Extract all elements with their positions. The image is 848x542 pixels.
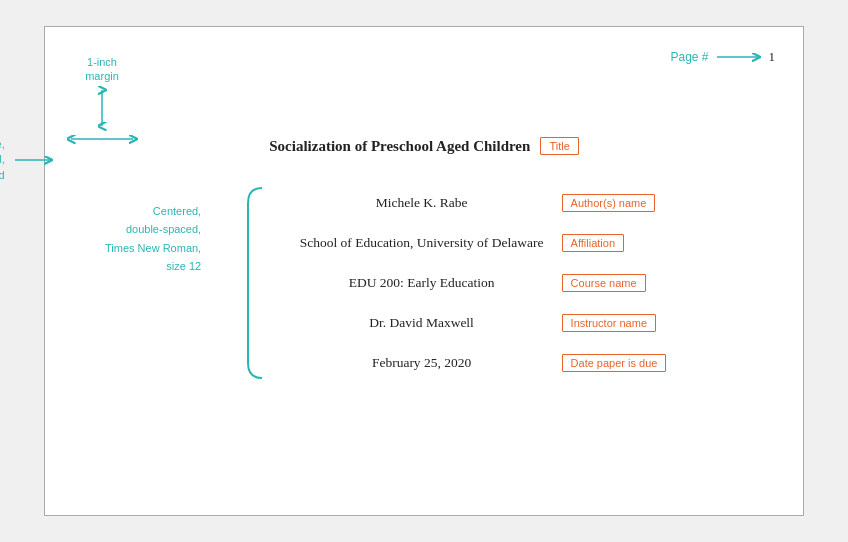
info-row-0: Michele K. RabeAuthor(s) name <box>282 183 667 223</box>
page-number-area: Page # 1 <box>670 49 775 65</box>
title-section: Title case,bold,centered Socialization o… <box>95 137 753 155</box>
info-row-3: Dr. David MaxwellInstructor name <box>282 303 667 343</box>
info-text-4: February 25, 2020 <box>292 355 552 371</box>
info-badge-4: Date paper is due <box>562 354 667 372</box>
info-text-0: Michele K. Rabe <box>292 195 552 211</box>
info-badge-2: Course name <box>562 274 646 292</box>
info-row-1: School of Education, University of Delaw… <box>282 223 667 263</box>
margin-label: 1-inch margin <box>85 55 119 84</box>
title-case-annotation: Title case,bold,centered <box>0 137 5 183</box>
page-hash-label: Page # <box>670 50 708 64</box>
title-annotation: Title case,bold,centered <box>0 137 55 183</box>
page: 1-inch margin <box>44 26 804 516</box>
centered-annotation: Centered,double-spaced,Times New Roman,s… <box>105 201 201 275</box>
title-badge: Title <box>540 137 578 155</box>
info-text-1: School of Education, University of Delaw… <box>292 235 552 251</box>
info-badge-3: Instructor name <box>562 314 656 332</box>
info-badge-1: Affiliation <box>562 234 624 252</box>
content-area: Title case,bold,centered Socialization o… <box>95 87 753 485</box>
page-arrow-icon <box>715 49 763 65</box>
centered-annotation-text: Centered,double-spaced,Times New Roman,s… <box>105 205 201 272</box>
info-rows: Michele K. RabeAuthor(s) nameSchool of E… <box>262 183 667 383</box>
info-row-4: February 25, 2020Date paper is due <box>282 343 667 383</box>
info-text-3: Dr. David Maxwell <box>292 315 552 331</box>
page-number: 1 <box>769 49 776 65</box>
info-block: Michele K. RabeAuthor(s) nameSchool of E… <box>262 183 667 383</box>
info-text-2: EDU 200: Early Education <box>292 275 552 291</box>
title-annotation-arrow-icon <box>13 152 55 168</box>
centered-block: Centered,double-spaced,Times New Roman,s… <box>95 183 753 383</box>
info-row-2: EDU 200: Early EducationCourse name <box>282 263 667 303</box>
info-badge-0: Author(s) name <box>562 194 656 212</box>
paper-title: Socialization of Preschool Aged Children <box>269 138 530 155</box>
